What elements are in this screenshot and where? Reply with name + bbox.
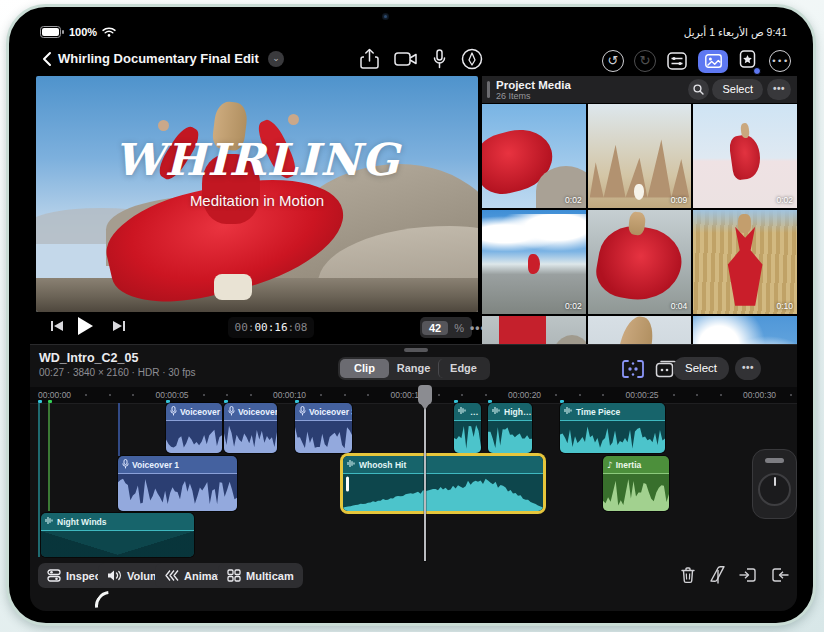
media-thumbnail[interactable] xyxy=(693,316,797,344)
media-thumbnail[interactable]: 0:02 xyxy=(482,104,586,208)
animate-icon xyxy=(164,569,179,582)
video-subtitle: Meditation in Motion xyxy=(36,192,478,209)
clip-waveform xyxy=(41,530,194,557)
timeline-clip[interactable]: Night Winds xyxy=(41,513,194,557)
paste-attributes-icon[interactable] xyxy=(738,48,759,74)
battery-icon xyxy=(40,26,64,38)
multicam-icon xyxy=(227,569,241,582)
clip-edge-line xyxy=(118,403,120,456)
media-thumbnail[interactable]: 0:02 xyxy=(693,104,797,208)
trim-handle[interactable] xyxy=(346,476,349,491)
clip-marker xyxy=(38,400,42,403)
mic-icon[interactable] xyxy=(433,49,446,70)
timeline-clip[interactable]: … xyxy=(454,403,481,453)
clip-duration: 0:02 xyxy=(776,195,793,205)
inspector-icon[interactable] xyxy=(666,50,688,72)
music-note-icon: ♪ xyxy=(607,460,613,470)
timeline-clip[interactable]: Time Piece xyxy=(560,403,665,453)
clip-duration: 0:09 xyxy=(671,195,688,205)
media-panel-title: Project Media xyxy=(496,79,571,91)
clip-label: … xyxy=(470,407,479,417)
jog-handle-bar[interactable] xyxy=(765,458,784,463)
multicam-label: Multicam xyxy=(246,570,294,582)
title-overlay: WHIRLING Meditation in Motion xyxy=(36,138,478,209)
blade-icon[interactable] xyxy=(708,565,728,585)
wifi-icon xyxy=(102,27,116,37)
search-icon xyxy=(693,84,704,95)
waveform-icon xyxy=(45,516,54,527)
title-chevron-down-icon[interactable]: ⌄ xyxy=(268,51,284,67)
timeline-clip[interactable]: Voiceover 2 xyxy=(166,403,222,453)
insert-icon[interactable] xyxy=(738,565,758,585)
timeline-clip[interactable]: ♪Inertia xyxy=(603,456,669,511)
timecode-display[interactable]: 00:00:16:08 xyxy=(228,317,314,338)
append-icon[interactable] xyxy=(770,565,790,585)
clock-date: 9:41 ص الأربعاء 1 أبريل xyxy=(684,26,787,38)
media-thumbnail[interactable] xyxy=(588,316,692,344)
media-thumbnail[interactable] xyxy=(482,316,586,344)
search-button[interactable] xyxy=(688,79,709,100)
playhead-line[interactable] xyxy=(424,387,426,561)
timeline-clip[interactable]: Voiceover 1 xyxy=(118,456,237,511)
inspect-icon xyxy=(47,569,61,582)
clip-duration: 0:02 xyxy=(565,301,582,311)
clip-edge-line xyxy=(38,403,40,557)
waveform-icon xyxy=(458,406,467,417)
share-icon[interactable] xyxy=(360,48,379,70)
clip-waveform xyxy=(454,420,481,453)
play-button[interactable] xyxy=(76,316,94,336)
clip-label: Voiceover 3 xyxy=(309,407,352,417)
media-select-button[interactable]: Select xyxy=(712,79,763,100)
timeline-clip[interactable]: Whoosh Hit xyxy=(343,456,543,511)
clip-duration: 0:02 xyxy=(565,195,582,205)
jog-wheel[interactable] xyxy=(752,449,797,519)
photo-icon xyxy=(705,54,722,68)
project-media-panel: Project Media 26 Items Select ••• 0:020:… xyxy=(482,76,797,344)
pencil-icon[interactable] xyxy=(461,48,483,70)
jog-dial[interactable] xyxy=(758,473,791,506)
redo-icon[interactable]: ↻ xyxy=(634,50,656,72)
clip-duration: 0:04 xyxy=(671,301,688,311)
media-browser-button[interactable] xyxy=(698,50,728,73)
media-thumbnail[interactable]: 0:09 xyxy=(588,104,692,208)
timeline-clip[interactable]: Voiceover 2 xyxy=(224,403,277,453)
battery-percent: 100% xyxy=(69,26,97,38)
mic-icon xyxy=(299,406,306,418)
skip-back-icon[interactable] xyxy=(50,319,64,333)
media-thumbnail[interactable]: 0:04 xyxy=(588,210,692,314)
mic-icon xyxy=(122,459,129,471)
media-panel-header: Project Media 26 Items Select ••• xyxy=(482,76,797,103)
zoom-unit: % xyxy=(448,322,470,334)
audio-fade xyxy=(41,531,194,557)
volume-icon xyxy=(107,569,122,582)
timeline-clip[interactable]: High… xyxy=(488,403,532,453)
timeline-clip[interactable]: Voiceover 3 xyxy=(295,403,352,453)
video-camera-icon[interactable] xyxy=(394,50,418,68)
video-viewer[interactable]: WHIRLING Meditation in Motion xyxy=(36,76,478,312)
clip-waveform xyxy=(224,420,277,453)
more-icon[interactable]: ••• xyxy=(769,50,791,72)
undo-icon[interactable]: ↺ xyxy=(602,50,624,72)
panel-drag-handle[interactable] xyxy=(487,81,490,98)
music-note-icon: ♪ xyxy=(607,460,613,470)
project-title: Whirling Documentary Final Edit xyxy=(58,51,259,66)
zoom-value: 42 xyxy=(422,321,448,335)
media-thumbnail[interactable]: 0:10 xyxy=(693,210,797,314)
clip-edge-line xyxy=(48,403,50,511)
waveform-icon xyxy=(492,406,501,417)
skip-forward-icon[interactable] xyxy=(112,319,126,333)
trash-icon[interactable] xyxy=(678,565,698,585)
clip-waveform xyxy=(295,420,352,453)
status-bar: 100% 9:41 ص الأربعاء 1 أبريل xyxy=(30,20,797,44)
zoom-control[interactable]: 42 % xyxy=(420,317,472,338)
waveform-icon xyxy=(347,459,356,470)
clip-label: High… xyxy=(504,407,531,417)
playhead-handle[interactable] xyxy=(418,385,432,405)
ipad-device: 100% 9:41 ص الأربعاء 1 أبريل Whirling Do… xyxy=(6,4,816,626)
media-thumbnail[interactable]: 0:02 xyxy=(482,210,586,314)
clip-label: Night Winds xyxy=(57,517,107,527)
back-button[interactable] xyxy=(38,49,58,69)
mic-icon xyxy=(170,406,177,418)
multicam-button[interactable]: Multicam xyxy=(218,563,303,588)
media-more-button[interactable]: ••• xyxy=(767,79,791,100)
